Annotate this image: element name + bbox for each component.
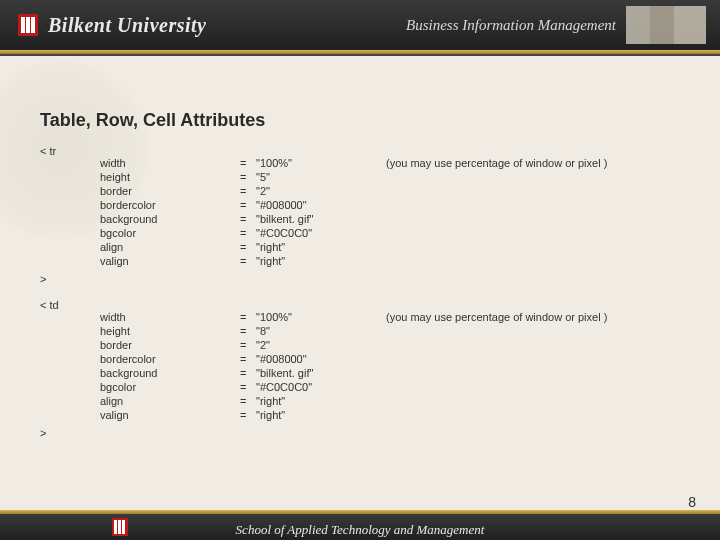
tr-close-tag: > — [40, 273, 690, 285]
attr-note: (you may use percentage of window or pix… — [376, 157, 690, 169]
attr-name: align — [100, 395, 240, 407]
equals: = — [240, 171, 256, 183]
slide-content: Table, Row, Cell Attributes < tr width="… — [40, 110, 690, 453]
td-close-tag: > — [40, 427, 690, 439]
attr-value: "2" — [256, 185, 376, 197]
attr-value: "100%" — [256, 311, 376, 323]
attr-value: "bilkent. gif" — [256, 213, 376, 225]
attr-name: border — [100, 339, 240, 351]
tr-open-tag: < tr — [40, 145, 690, 157]
attr-value: "#C0C0C0" — [256, 227, 376, 239]
equals: = — [240, 325, 256, 337]
attr-name: width — [100, 311, 240, 323]
attr-name: bgcolor — [100, 381, 240, 393]
attr-name: bordercolor — [100, 353, 240, 365]
header-photo — [626, 6, 706, 44]
attr-value: "bilkent. gif" — [256, 367, 376, 379]
attr-value: "2" — [256, 339, 376, 351]
attr-value: "#008000" — [256, 199, 376, 211]
equals: = — [240, 255, 256, 267]
logo-block: Bilkent University — [18, 14, 206, 37]
footer-school: School of Applied Technology and Managem… — [236, 522, 485, 538]
attr-name: bordercolor — [100, 199, 240, 211]
attr-name: align — [100, 241, 240, 253]
equals: = — [240, 409, 256, 421]
attr-name: background — [100, 213, 240, 225]
attr-value: "right" — [256, 395, 376, 407]
attr-name: background — [100, 367, 240, 379]
equals: = — [240, 311, 256, 323]
program-name: Business Information Management — [406, 17, 616, 34]
dark-divider — [0, 54, 720, 56]
header-right: Business Information Management — [406, 6, 706, 44]
attr-value: "right" — [256, 241, 376, 253]
equals: = — [240, 395, 256, 407]
bilkent-logo-icon — [18, 14, 38, 36]
attr-name: valign — [100, 409, 240, 421]
page-number: 8 — [688, 494, 696, 510]
attr-name: height — [100, 171, 240, 183]
footer-logo-icon — [112, 518, 128, 536]
slide-title: Table, Row, Cell Attributes — [40, 110, 690, 131]
td-open-tag: < td — [40, 299, 690, 311]
header-bar: Bilkent University Business Information … — [0, 0, 720, 50]
equals: = — [240, 339, 256, 351]
attr-value: "100%" — [256, 157, 376, 169]
attr-value: "right" — [256, 409, 376, 421]
equals: = — [240, 367, 256, 379]
equals: = — [240, 353, 256, 365]
attr-name: height — [100, 325, 240, 337]
attr-name: border — [100, 185, 240, 197]
td-attributes: width="100%"(you may use percentage of w… — [40, 311, 690, 421]
footer-bar: School of Applied Technology and Managem… — [0, 514, 720, 540]
equals: = — [240, 185, 256, 197]
tr-attributes: width="100%"(you may use percentage of w… — [40, 157, 690, 267]
equals: = — [240, 227, 256, 239]
equals: = — [240, 199, 256, 211]
university-name: Bilkent University — [48, 14, 206, 37]
attr-value: "#C0C0C0" — [256, 381, 376, 393]
attr-value: "8" — [256, 325, 376, 337]
attr-name: bgcolor — [100, 227, 240, 239]
attr-value: "right" — [256, 255, 376, 267]
attr-value: "5" — [256, 171, 376, 183]
attr-name: valign — [100, 255, 240, 267]
equals: = — [240, 213, 256, 225]
equals: = — [240, 381, 256, 393]
equals: = — [240, 241, 256, 253]
attr-value: "#008000" — [256, 353, 376, 365]
attr-note: (you may use percentage of window or pix… — [376, 311, 690, 323]
equals: = — [240, 157, 256, 169]
attr-name: width — [100, 157, 240, 169]
